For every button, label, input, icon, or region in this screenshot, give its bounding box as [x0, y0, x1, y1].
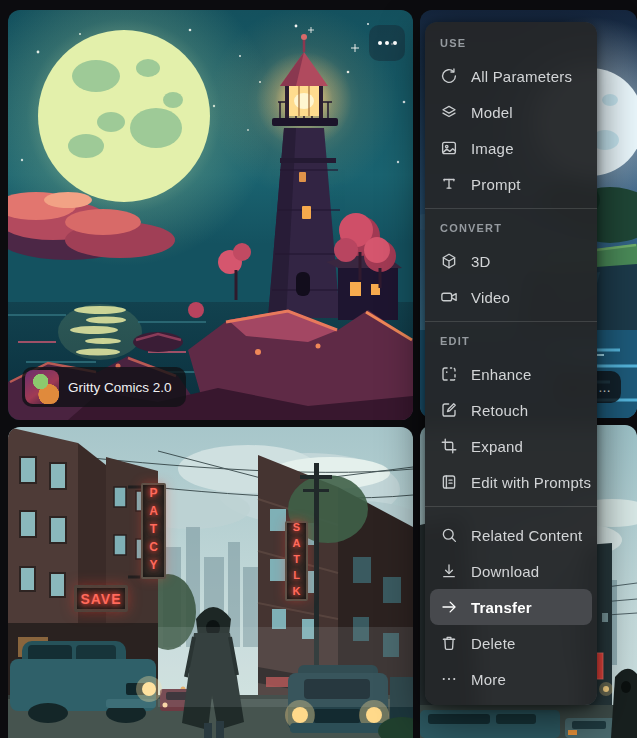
menu-item-label: Expand: [471, 438, 523, 455]
more-options-button[interactable]: [369, 25, 405, 61]
text-t-icon: [440, 175, 458, 193]
image-icon: [440, 139, 458, 157]
neon-sign-satlk: SATLK: [285, 521, 308, 601]
menu-section-header: CONVERT: [425, 217, 597, 239]
menu-item-label: Model: [471, 104, 513, 121]
menu-item-edit-with-prompts[interactable]: Edit with Prompts: [425, 464, 597, 500]
menu-item-label: 3D: [471, 253, 491, 270]
context-menu: USE All Parameters Model Image Prompt CO…: [425, 22, 597, 705]
menu-item-label: Retouch: [471, 402, 528, 419]
image-card-street-scene[interactable]: PATCY SATLK SAVE: [8, 427, 413, 738]
menu-item-label: Enhance: [471, 366, 532, 383]
menu-item-retouch[interactable]: Retouch: [425, 392, 597, 428]
menu-item-label: Image: [471, 140, 514, 157]
menu-item-expand[interactable]: Expand: [425, 428, 597, 464]
search-icon: [440, 526, 458, 544]
layers-icon: [440, 103, 458, 121]
model-badge[interactable]: Gritty Comics 2.0: [22, 367, 186, 407]
menu-item-enhance[interactable]: Enhance: [425, 356, 597, 392]
menu-item-video[interactable]: Video: [425, 279, 597, 315]
menu-item-prompt[interactable]: Prompt: [425, 166, 597, 202]
menu-item-more[interactable]: More: [425, 661, 597, 697]
menu-section-edit: EDIT Enhance Retouch Expand Edit with Pr…: [425, 330, 597, 500]
menu-item-label: Video: [471, 289, 510, 306]
menu-item-3d[interactable]: 3D: [425, 243, 597, 279]
menu-section-use: USE All Parameters Model Image Prompt: [425, 32, 597, 202]
menu-item-image[interactable]: Image: [425, 130, 597, 166]
image-card-lighthouse[interactable]: Gritty Comics 2.0: [8, 10, 413, 420]
menu-item-label: Edit with Prompts: [471, 474, 591, 491]
arrow-right-icon: [440, 598, 458, 616]
menu-divider: [425, 321, 597, 322]
menu-item-model[interactable]: Model: [425, 94, 597, 130]
pencil-square-icon: [440, 401, 458, 419]
menu-item-label: Related Content: [471, 527, 582, 544]
gallery-page: Gritty Comics 2.0: [0, 0, 637, 738]
ellipsis-icon: [378, 41, 382, 45]
menu-item-label: More: [471, 671, 506, 688]
neon-sign-patcy: PATCY: [141, 483, 166, 579]
menu-divider: [425, 208, 597, 209]
menu-divider: [425, 506, 597, 507]
menu-item-all-parameters[interactable]: All Parameters: [425, 58, 597, 94]
lighthouse-image: [8, 10, 413, 420]
menu-section-header: EDIT: [425, 330, 597, 352]
video-camera-icon: [440, 288, 458, 306]
menu-item-download[interactable]: Download: [425, 553, 597, 589]
menu-item-label: All Parameters: [471, 68, 572, 85]
document-edit-icon: [440, 473, 458, 491]
menu-item-label: Transfer: [471, 599, 532, 616]
enhance-brackets-icon: [440, 365, 458, 383]
model-thumbnail: [25, 370, 59, 404]
crop-expand-icon: [440, 437, 458, 455]
street-scene-image: [8, 427, 413, 738]
cube-icon: [440, 252, 458, 270]
menu-section-actions: Related Content Download Transfer Delete…: [425, 513, 597, 697]
menu-item-label: Prompt: [471, 176, 521, 193]
menu-item-delete[interactable]: Delete: [425, 625, 597, 661]
refresh-icon: [440, 67, 458, 85]
trash-icon: [440, 634, 458, 652]
menu-section-convert: CONVERT 3D Video: [425, 217, 597, 315]
model-badge-label: Gritty Comics 2.0: [68, 380, 172, 395]
ellipsis-icon: [440, 670, 458, 688]
menu-item-label: Download: [471, 563, 539, 580]
download-icon: [440, 562, 458, 580]
neon-sign-save: SAVE: [74, 585, 128, 612]
menu-section-header: USE: [425, 32, 597, 54]
menu-item-related-content[interactable]: Related Content: [425, 517, 597, 553]
menu-item-label: Delete: [471, 635, 516, 652]
menu-item-transfer[interactable]: Transfer: [430, 589, 592, 625]
